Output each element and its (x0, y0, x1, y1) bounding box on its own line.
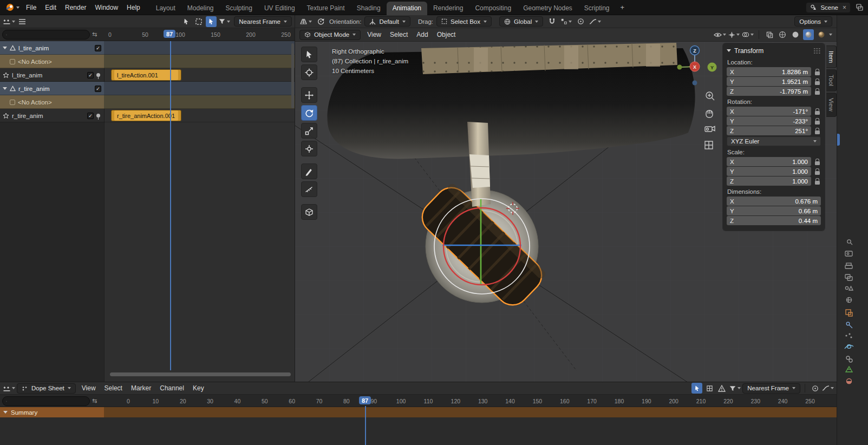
sidebar-tab[interactable]: View (826, 93, 837, 117)
tab-material-icon[interactable] (847, 379, 852, 384)
channel-checkbox[interactable]: ✓ (87, 113, 94, 119)
workspace-tab[interactable]: UV Editing (258, 2, 301, 15)
shading-wireframe-icon[interactable] (777, 29, 788, 40)
transform-panel-header[interactable]: Transform (727, 45, 821, 56)
workspace-tab[interactable]: Modeling (181, 2, 220, 15)
snap-with-dropdown[interactable] (560, 16, 572, 27)
dope-sheet-menu-item[interactable]: Marker (127, 384, 155, 392)
proportional-editing-icon[interactable] (810, 383, 820, 394)
filter-funnel-icon[interactable] (218, 16, 230, 27)
workspace-tab[interactable]: Layout (150, 2, 181, 15)
shading-material-icon[interactable] (803, 29, 814, 40)
blender-logo-icon[interactable] (3, 3, 22, 12)
workspace-tab[interactable]: Compositing (469, 2, 517, 15)
playhead-line[interactable] (365, 406, 366, 445)
lock-icon[interactable] (815, 91, 820, 95)
channel-checkbox[interactable]: ✓ (95, 86, 101, 92)
tab-render-icon[interactable] (845, 251, 852, 256)
expand-icon[interactable] (3, 411, 8, 414)
workspace-tab[interactable]: Texture Paint (301, 2, 351, 15)
summary-row[interactable]: Summary (0, 407, 837, 417)
lock-icon[interactable] (815, 71, 820, 75)
channel-row[interactable]: r_tire_anim ✓ (0, 82, 295, 95)
editor-type-menu[interactable] (3, 383, 15, 394)
dope-sheet-ruler[interactable]: ⇆ 01020304050607080901001101201301401501… (0, 395, 837, 407)
viewport-menu-item[interactable]: Add (412, 31, 432, 38)
horizontal-scrollbar[interactable] (110, 372, 291, 376)
tab-constraints-icon[interactable] (846, 356, 852, 362)
drag-dropdown[interactable]: Select Box (436, 16, 492, 27)
swap-arrows-icon[interactable]: ⇆ (92, 397, 97, 404)
add-workspace-button[interactable]: + (616, 1, 630, 14)
tool-add-cube[interactable] (301, 204, 317, 220)
scale-y-field[interactable]: Y1.000 (727, 167, 821, 176)
channel-row[interactable]: <No Action> (0, 55, 295, 68)
location-z-field[interactable]: Z-1.7975 m (727, 87, 821, 96)
tab-world-icon[interactable] (846, 297, 851, 302)
tool-cursor[interactable] (301, 64, 317, 80)
overlays-dropdown[interactable] (742, 29, 754, 40)
fake-user-star-icon[interactable] (3, 113, 9, 119)
lock-icon[interactable] (815, 81, 820, 85)
topbar-menu-item[interactable]: Window (90, 4, 122, 11)
tool-measure[interactable] (301, 181, 317, 197)
tool-transform[interactable] (301, 141, 317, 156)
workspace-tab[interactable]: Shading (351, 2, 387, 15)
topbar-menu-item[interactable]: Help (122, 4, 145, 11)
vertical-scrollbar[interactable] (291, 43, 294, 108)
tab-object-icon[interactable] (846, 310, 852, 316)
tab-output-icon[interactable] (845, 263, 852, 269)
lock-icon[interactable] (815, 121, 820, 125)
search-input[interactable] (9, 31, 86, 38)
dimensions-y-field[interactable]: Y0.66 m (727, 206, 821, 215)
tab-view-layer-icon[interactable] (845, 274, 852, 280)
rotation-x-field[interactable]: X-171° (727, 107, 821, 116)
tool-rotate[interactable] (301, 105, 317, 121)
object-visibility-dropdown[interactable] (714, 29, 726, 40)
tab-physics-icon[interactable] (845, 345, 853, 349)
rotation-z-field[interactable]: Z251° (727, 126, 821, 135)
editor-type-menu[interactable] (3, 16, 15, 27)
sidebar-tab[interactable]: Item (826, 45, 837, 68)
workspace-tab[interactable]: Animation (387, 2, 427, 15)
snap-toggle-icon[interactable] (546, 16, 557, 27)
scale-x-field[interactable]: X1.000 (727, 157, 821, 166)
tool-select[interactable] (301, 47, 317, 62)
dope-sheet-menu-item[interactable]: Key (188, 384, 208, 392)
select-filter-icon[interactable] (181, 16, 192, 27)
rotation-y-field[interactable]: Y-233° (727, 116, 821, 126)
rotation-mode-dropdown[interactable]: XYZ Euler (727, 136, 821, 146)
fake-user-star-icon[interactable] (3, 72, 9, 78)
swap-arrows-icon[interactable]: ⇆ (92, 31, 97, 38)
workspace-tab[interactable]: Rendering (427, 2, 469, 15)
location-x-field[interactable]: X1.8286 m (727, 67, 821, 76)
sidebar-tab[interactable]: Tool (826, 69, 837, 91)
viewport-canvas[interactable]: Z Y X Right Orthographic(87) Colle (295, 42, 837, 382)
pin-icon[interactable] (96, 114, 100, 117)
viewport-menu-item[interactable]: Select (386, 31, 412, 38)
falloff-dropdown[interactable] (822, 383, 834, 394)
orientation-dropdown[interactable]: Default (364, 16, 410, 27)
location-y-field[interactable]: Y1.9521 m (727, 77, 821, 86)
lock-icon[interactable] (815, 161, 820, 165)
sync-playhead-toggle[interactable] (691, 383, 702, 394)
view-layer-icon[interactable] (854, 2, 865, 13)
current-frame-badge[interactable]: 87 (359, 396, 371, 404)
snap-grid-icon[interactable] (704, 383, 715, 394)
pin-icon[interactable] (96, 73, 100, 77)
dimensions-x-field[interactable]: X0.676 m (727, 197, 821, 206)
box-filter-icon[interactable] (193, 16, 204, 27)
channel-row[interactable]: l_tire_anim ✓ (0, 41, 295, 55)
viewport-menu-item[interactable]: Object (433, 31, 460, 38)
tool-scale[interactable] (301, 123, 317, 139)
action-editor-ruler[interactable]: ⇆ 050100150200250 87 (0, 28, 295, 41)
channel-searchbox[interactable] (2, 396, 90, 406)
channel-track[interactable] (104, 55, 295, 68)
mode-dropdown[interactable]: Object Mode (299, 30, 361, 40)
channel-checkbox[interactable]: ✓ (87, 72, 94, 78)
workspace-tab[interactable]: Scripting (578, 2, 616, 15)
workspace-tab[interactable]: Geometry Nodes (517, 2, 578, 15)
tab-particles-icon[interactable] (845, 333, 852, 338)
tab-tool-icon[interactable] (847, 240, 852, 245)
lock-icon[interactable] (815, 181, 820, 185)
